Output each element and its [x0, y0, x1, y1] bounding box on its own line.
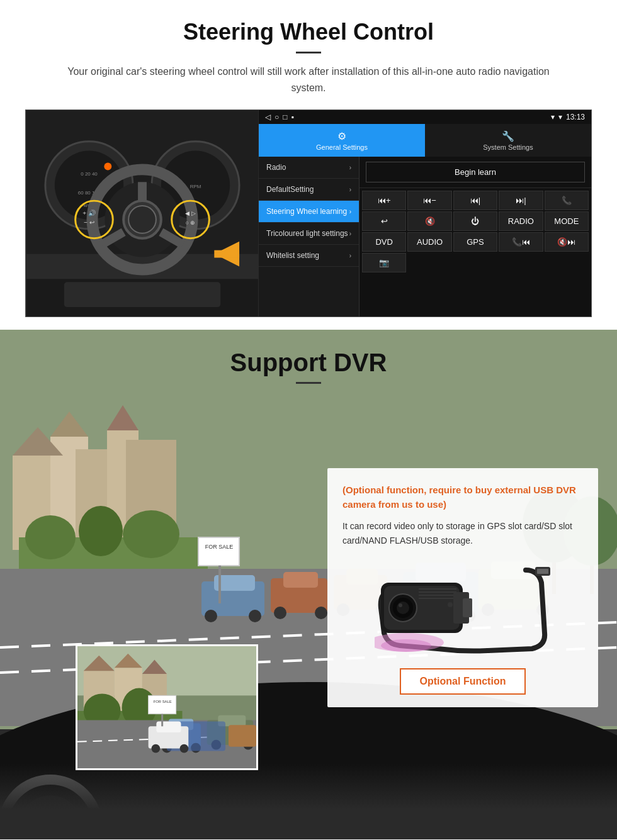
svg-text:+  🔊: + 🔊: [82, 209, 96, 217]
svg-rect-22: [214, 250, 239, 258]
svg-rect-98: [229, 725, 256, 747]
chevron-right-icon: ›: [349, 164, 351, 171]
dvr-section: FOR SALE Support DVR: [0, 330, 617, 839]
menu-default-label: DefaultSetting: [266, 185, 314, 194]
svg-rect-108: [537, 569, 548, 574]
dvr-dashboard-overlay: [0, 764, 617, 839]
gps-btn[interactable]: GPS: [453, 232, 497, 252]
steering-section: Steering Wheel Control Your original car…: [0, 0, 617, 330]
chevron-right-icon-2: ›: [349, 186, 351, 193]
steering-wheel-image: 0 20 40 60 80 100 km/h RPM: [26, 110, 259, 316]
dvr-optional-note: (Optional function, require to buy exter…: [342, 483, 583, 512]
nav-home-icon: ○: [275, 113, 279, 121]
chevron-right-icon-4: ›: [349, 230, 351, 237]
svg-point-121: [381, 639, 431, 652]
svg-point-11: [104, 163, 111, 171]
dvr-camera-svg: [375, 557, 551, 658]
signal-icon: ▾: [551, 113, 555, 121]
svg-point-114: [399, 603, 402, 607]
gear-icon: ⚙: [337, 130, 346, 142]
svg-point-103: [180, 744, 189, 753]
svg-text:FOR SALE: FOR SALE: [154, 700, 172, 703]
dvr-info-card: (Optional function, require to buy exter…: [327, 468, 598, 707]
camera-btn[interactable]: 📷: [362, 253, 406, 272]
optional-function-button[interactable]: Optional Function: [400, 668, 526, 695]
mute-btn[interactable]: 🔇: [407, 211, 451, 231]
dvr-description: It can record video only to storage in G…: [342, 519, 583, 547]
nav-dot-icon: ▪: [292, 113, 294, 121]
nav-recents-icon: □: [283, 113, 287, 121]
svg-rect-106: [161, 714, 163, 727]
svg-text:RPM: RPM: [190, 184, 201, 189]
android-content: Radio › DefaultSetting › Steering Wheel …: [259, 157, 591, 316]
steering-wheel-svg: 0 20 40 60 80 100 km/h RPM: [26, 110, 259, 316]
dvr-title-divider: [296, 382, 321, 384]
menu-radio-label: Radio: [266, 163, 286, 172]
svg-rect-123: [463, 598, 472, 617]
menu-item-default[interactable]: DefaultSetting ›: [259, 179, 359, 201]
svg-rect-101: [156, 722, 181, 733]
android-tabs: ⚙ General Settings 🔧 System Settings: [259, 124, 591, 157]
prev-track-btn[interactable]: ⏮|: [453, 191, 497, 210]
dvr-screenshot-thumbnail: FOR SALE: [76, 644, 258, 770]
control-grid: ⏮+ ⏮− ⏮| ⏭| 📞 ↩ 🔇 ⏻ RADIO MODE DVD AUDIO…: [359, 188, 591, 275]
phone-btn[interactable]: 📞: [545, 191, 589, 210]
radio-btn[interactable]: RADIO: [499, 211, 543, 231]
begin-learn-button[interactable]: Begin learn: [366, 162, 585, 182]
svg-point-102: [152, 744, 161, 753]
menu-tricoloured-label: Tricoloured light settings: [266, 229, 348, 238]
dvr-title-area: Support DVR: [0, 330, 617, 394]
svg-text:−  ↩: − ↩: [84, 219, 94, 226]
svg-text:○  ⊕: ○ ⊕: [186, 220, 196, 226]
menu-whitelist-label: Whitelist setting: [266, 251, 319, 260]
steering-panel: 0 20 40 60 80 100 km/h RPM: [25, 109, 592, 317]
nav-back-icon: ◁: [265, 113, 271, 121]
android-status-bar: ◁ ○ □ ▪ ▾ ▾ 13:13: [259, 110, 591, 124]
menu-item-steering[interactable]: Steering Wheel learning ›: [259, 201, 359, 223]
dvr-camera-area: [342, 557, 583, 658]
menu-steering-label: Steering Wheel learning: [266, 207, 347, 216]
dvr-title: Support DVR: [0, 349, 617, 377]
right-control-panel: Begin learn ⏮+ ⏮− ⏮| ⏭| 📞 ↩ 🔇 ⏻ RADIO MO…: [359, 157, 591, 316]
svg-rect-28: [64, 283, 220, 308]
svg-text:0 20 40: 0 20 40: [81, 172, 98, 177]
begin-learn-row: Begin learn: [359, 157, 591, 188]
menu-item-whitelist[interactable]: Whitelist setting ›: [259, 245, 359, 267]
svg-point-113: [397, 602, 409, 614]
back-btn[interactable]: ↩: [362, 211, 406, 231]
audio-btn[interactable]: AUDIO: [407, 232, 451, 252]
menu-item-tricoloured[interactable]: Tricoloured light settings ›: [259, 223, 359, 245]
svg-text:◀  ▷: ◀ ▷: [185, 210, 195, 216]
tab-general-settings[interactable]: ⚙ General Settings: [259, 124, 425, 157]
svg-point-119: [448, 602, 453, 607]
title-divider: [296, 52, 321, 53]
steering-title: Steering Wheel Control: [25, 19, 592, 45]
menu-item-radio[interactable]: Radio ›: [259, 157, 359, 179]
svg-point-18: [128, 206, 156, 233]
dvr-screenshot-svg: FOR SALE: [77, 646, 256, 770]
volume-down-btn[interactable]: ⏮−: [407, 191, 451, 210]
mode-btn[interactable]: MODE: [545, 211, 589, 231]
settings-menu: Radio › DefaultSetting › Steering Wheel …: [259, 157, 359, 316]
tab-system-settings[interactable]: 🔧 System Settings: [425, 124, 591, 157]
wifi-icon: ▾: [558, 113, 562, 121]
android-ui: ◁ ○ □ ▪ ▾ ▾ 13:13 ⚙ General Settings 🔧 S…: [259, 110, 591, 316]
steering-subtitle: Your original car's steering wheel contr…: [50, 64, 567, 96]
svg-rect-104: [149, 696, 176, 714]
power-btn[interactable]: ⏻: [453, 211, 497, 231]
wifi-settings-icon: 🔧: [502, 130, 514, 142]
volume-up-btn[interactable]: ⏮+: [362, 191, 406, 210]
mute-next-btn[interactable]: 🔇⏭: [545, 232, 589, 252]
chevron-right-icon-5: ›: [349, 252, 351, 259]
next-track-btn[interactable]: ⏭|: [499, 191, 543, 210]
chevron-right-icon-3: ›: [349, 208, 351, 215]
clock: 13:13: [566, 113, 585, 121]
phone-prev-btn[interactable]: 📞⏮: [499, 232, 543, 252]
tab-system-label: System Settings: [483, 143, 533, 151]
dvr-content: Support DVR: [0, 330, 617, 839]
tab-general-label: General Settings: [316, 143, 368, 151]
dvd-btn[interactable]: DVD: [362, 232, 406, 252]
dvr-camera-image: [375, 557, 551, 658]
